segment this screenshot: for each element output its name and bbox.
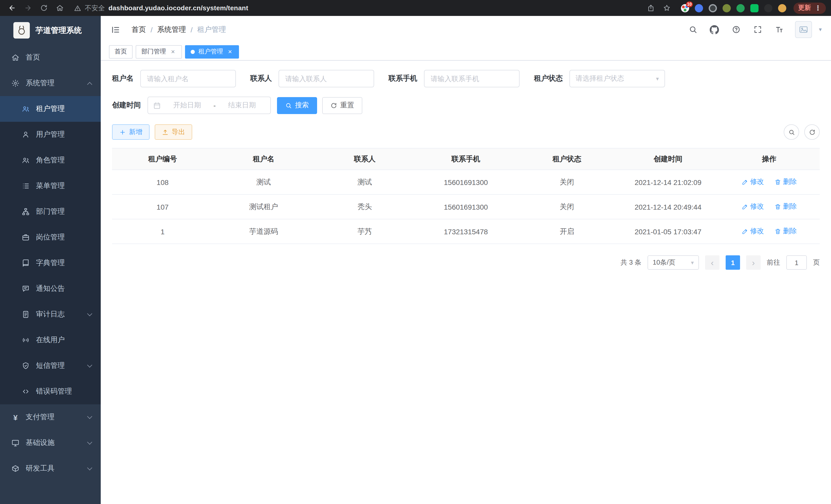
breadcrumb: 首页 / 系统管理 / 租户管理 — [132, 25, 226, 34]
extension-icon-1[interactable]: 10 — [681, 4, 689, 12]
delete-link-label: 删除 — [783, 178, 797, 187]
sidebar-item-user-management[interactable]: 用户管理 — [0, 122, 101, 147]
system-management-submenu: 租户管理 用户管理 角色管理 菜单管理 — [0, 96, 101, 404]
edit-pencil-icon — [741, 179, 748, 185]
sidebar-item-infrastructure[interactable]: 基础设施 — [0, 430, 101, 456]
sidebar-item-home[interactable]: 首页 — [0, 45, 101, 70]
reset-button[interactable]: 重置 — [322, 97, 362, 114]
page-number-1[interactable]: 1 — [726, 255, 740, 270]
browser-home-button[interactable] — [53, 2, 67, 14]
trash-icon — [774, 203, 781, 210]
sidebar-item-notice[interactable]: 通知公告 — [0, 276, 101, 302]
goto-page-input[interactable] — [786, 255, 807, 270]
breadcrumb-item-system[interactable]: 系统管理 — [157, 25, 186, 34]
next-page-button[interactable]: › — [746, 255, 761, 270]
extension-icon-5[interactable] — [737, 4, 745, 12]
extension-icon-7[interactable] — [764, 4, 772, 12]
reset-button-label: 重置 — [340, 101, 354, 110]
sidebar-item-system-management[interactable]: 系统管理 — [0, 70, 101, 96]
address-bar[interactable]: 不安全 dashboard.yudao.iocoder.cn/system/te… — [74, 3, 248, 12]
refresh-table-button[interactable] — [804, 124, 820, 140]
roles-icon — [22, 156, 30, 165]
browser-menu-icon[interactable]: ⋮ — [814, 5, 821, 11]
mobile-cell: 15601691300 — [415, 170, 516, 195]
sidebar-item-post-management[interactable]: 岗位管理 — [0, 225, 101, 250]
sidebar-item-label: 错误码管理 — [36, 387, 91, 396]
delete-link[interactable]: 删除 — [774, 202, 797, 211]
chat-bubble-icon — [22, 285, 30, 293]
sidebar-item-dict-management[interactable]: 字典管理 — [0, 250, 101, 276]
top-header: 首页 / 系统管理 / 租户管理 ▾ — [101, 16, 831, 43]
export-button[interactable]: 导出 — [155, 124, 192, 140]
share-button[interactable] — [644, 2, 658, 14]
edit-link[interactable]: 修改 — [741, 227, 764, 236]
browser-back-button[interactable] — [5, 2, 19, 14]
tab-tenant-management[interactable]: 租户管理 × — [185, 45, 239, 58]
page-unit-label: 页 — [813, 258, 820, 267]
delete-link[interactable]: 删除 — [774, 227, 797, 236]
fullscreen-button[interactable] — [749, 21, 767, 38]
delete-link[interactable]: 删除 — [774, 178, 797, 187]
edit-link[interactable]: 修改 — [741, 178, 764, 187]
browser-forward-button[interactable] — [21, 2, 35, 14]
sidebar-collapse-button[interactable] — [108, 22, 123, 37]
create-time-range-picker[interactable]: 开始日期 - 结束日期 — [147, 97, 271, 114]
actions-cell: 修改 删除 — [718, 195, 820, 219]
tab-label: 部门管理 — [141, 47, 166, 56]
search-button[interactable]: 搜索 — [277, 97, 317, 114]
extension-icon-8[interactable] — [778, 4, 786, 12]
screen: 不安全 dashboard.yudao.iocoder.cn/system/te… — [0, 0, 831, 504]
search-icon — [285, 102, 292, 109]
sidebar-item-online-users[interactable]: 在线用户 — [0, 327, 101, 353]
tenant-name-input[interactable] — [140, 70, 236, 87]
sidebar-item-dev-tools[interactable]: 研发工具 — [0, 456, 101, 481]
browser-reload-button[interactable] — [37, 2, 51, 14]
sidebar-item-department-management[interactable]: 部门管理 — [0, 199, 101, 225]
sidebar-item-label: 通知公告 — [36, 284, 91, 293]
prev-page-button[interactable]: ‹ — [705, 255, 719, 270]
help-button[interactable] — [727, 21, 745, 38]
sidebar-item-sms-management[interactable]: 短信管理 — [0, 353, 101, 379]
user-avatar[interactable] — [795, 21, 812, 38]
contact-input[interactable] — [279, 70, 374, 87]
question-icon — [732, 25, 741, 34]
page-size-select[interactable]: 10条/页 ▾ — [648, 255, 699, 270]
sidebar-item-error-code-management[interactable]: 错误码管理 — [0, 379, 101, 404]
sidebar-item-menu-management[interactable]: 菜单管理 — [0, 173, 101, 199]
tab-close-icon[interactable]: × — [170, 48, 176, 55]
breadcrumb-item-home[interactable]: 首页 — [132, 25, 146, 34]
bookmark-star-button[interactable] — [660, 2, 674, 14]
edit-link[interactable]: 修改 — [741, 202, 764, 211]
browser-update-label: 更新 — [798, 4, 811, 12]
pagination-total: 共 3 条 — [621, 258, 641, 267]
sidebar-item-tenant-management[interactable]: 租户管理 — [0, 96, 101, 122]
font-size-button[interactable] — [771, 21, 788, 38]
avatar-dropdown-caret-icon[interactable]: ▾ — [819, 26, 822, 33]
add-button[interactable]: 新增 — [112, 124, 149, 140]
chevron-down-icon — [87, 311, 92, 316]
browser-update-button[interactable]: 更新 ⋮ — [794, 2, 826, 13]
pagination: 共 3 条 10条/页 ▾ ‹ 1 › 前往 页 — [112, 255, 820, 270]
extension-icon-6[interactable] — [750, 4, 758, 12]
sidebar-item-label: 字典管理 — [36, 259, 91, 268]
app-logo[interactable]: 芋道管理系统 — [0, 16, 101, 45]
contact-mobile-input[interactable] — [424, 70, 520, 87]
tenant-name-cell: 芋道源码 — [213, 219, 314, 244]
toggle-search-button[interactable] — [784, 124, 799, 140]
tenant-status-select[interactable]: 请选择租户状态 ▾ — [569, 70, 665, 87]
sidebar-item-payment-management[interactable]: ¥ 支付管理 — [0, 404, 101, 430]
header-search-button[interactable] — [684, 21, 702, 38]
chevron-down-icon — [87, 465, 92, 470]
active-tab-dot — [191, 50, 195, 54]
tab-department-management[interactable]: 部门管理 × — [136, 45, 182, 58]
chevron-down-icon — [87, 362, 92, 367]
extension-icon-2[interactable] — [695, 4, 703, 12]
sidebar-item-audit-log[interactable]: 审计日志 — [0, 302, 101, 327]
tab-close-icon[interactable]: × — [227, 48, 233, 55]
sidebar-item-role-management[interactable]: 角色管理 — [0, 147, 101, 173]
chevron-down-icon — [87, 439, 92, 444]
extension-icon-3[interactable] — [709, 4, 717, 12]
tab-home[interactable]: 首页 — [109, 45, 133, 58]
github-link[interactable] — [706, 21, 723, 38]
extension-icon-4[interactable] — [722, 4, 731, 12]
